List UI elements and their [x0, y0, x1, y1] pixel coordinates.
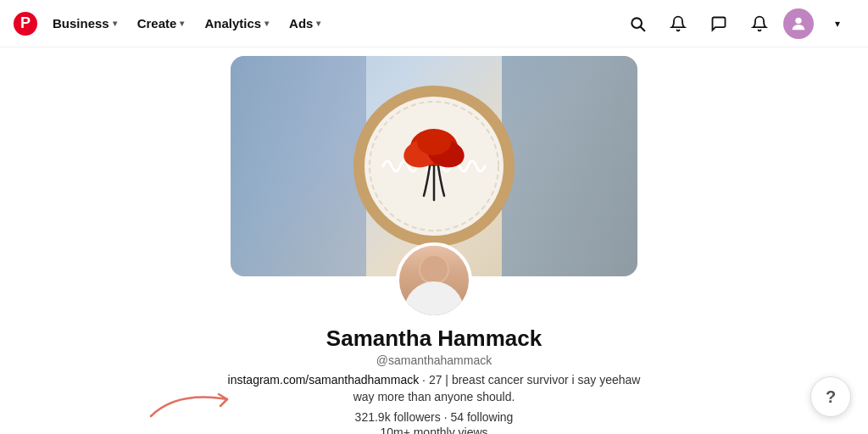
- cover-bg-left: [231, 56, 366, 276]
- profile-stats: 321.9k followers · 54 following: [222, 410, 646, 424]
- avatar-body: [404, 281, 464, 315]
- user-avatar-nav[interactable]: [783, 8, 814, 39]
- help-button[interactable]: ?: [810, 376, 851, 417]
- profile-handle: @samanthahammack: [222, 353, 646, 367]
- instagram-link[interactable]: instagram.com/samanthadhammack: [228, 373, 420, 387]
- profile-bio: instagram.com/samanthadhammack · 27 | br…: [222, 372, 646, 405]
- svg-point-9: [417, 130, 451, 155]
- svg-line-1: [641, 26, 645, 31]
- nav-left: P Business ▾ Create ▾ Analytics ▾ Ads ▾: [14, 11, 329, 36]
- account-chevron[interactable]: ▾: [821, 7, 854, 41]
- navbar: P Business ▾ Create ▾ Analytics ▾ Ads ▾: [0, 0, 868, 47]
- search-button[interactable]: [620, 7, 654, 41]
- avatar-illustration: [399, 246, 469, 315]
- nav-item-create[interactable]: Create ▾: [129, 11, 193, 36]
- nav-item-business[interactable]: Business ▾: [44, 11, 125, 36]
- notifications-button[interactable]: [661, 7, 695, 41]
- nav-item-analytics[interactable]: Analytics ▾: [196, 11, 277, 36]
- profile-avatar-container: [396, 242, 472, 319]
- profile-name: Samantha Hammack: [222, 326, 646, 352]
- cover-bg-right: [502, 56, 637, 276]
- followers-count[interactable]: 321.9k followers: [355, 410, 441, 424]
- chevron-down-icon: ▾: [316, 19, 320, 28]
- chevron-down-icon: ▾: [113, 19, 117, 28]
- pinterest-logo[interactable]: P: [14, 12, 37, 36]
- nav-right: ▾: [620, 7, 854, 41]
- profile-avatar: [396, 242, 472, 319]
- chevron-down-icon: ▾: [180, 19, 184, 28]
- nav-item-ads[interactable]: Ads ▾: [281, 11, 329, 36]
- messages-button[interactable]: [702, 7, 736, 41]
- svg-point-2: [795, 17, 801, 23]
- following-count[interactable]: 54 following: [450, 410, 513, 424]
- profile-info: Samantha Hammack @samanthahammack instag…: [222, 326, 646, 434]
- avatar-head: [419, 254, 449, 285]
- chevron-down-icon: ▾: [264, 19, 269, 28]
- main-content: Samantha Hammack @samanthahammack instag…: [0, 47, 868, 434]
- embroidery-illustration: [349, 81, 519, 251]
- updates-button[interactable]: [743, 7, 776, 41]
- stats-separator: ·: [441, 410, 451, 424]
- monthly-views: 10m+ monthly views: [222, 426, 646, 434]
